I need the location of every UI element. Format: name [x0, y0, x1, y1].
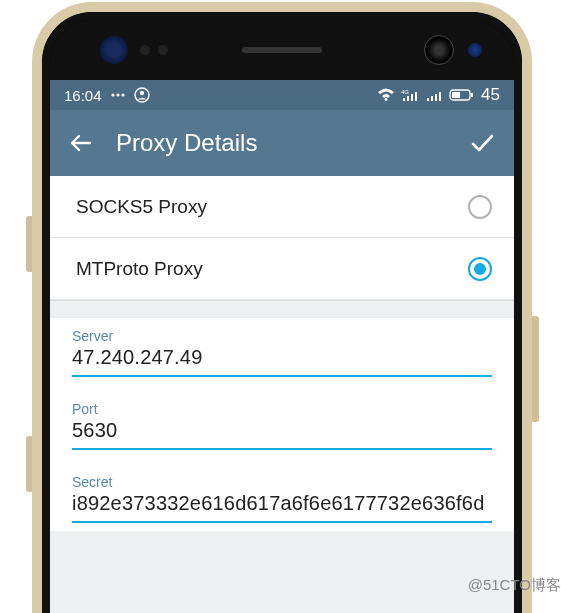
status-time: 16:04 — [64, 87, 102, 104]
status-bar: 16:04 4G — [50, 80, 514, 110]
battery-icon — [449, 88, 475, 102]
phone-power-button — [531, 316, 539, 422]
proxy-option-label: MTProto Proxy — [76, 258, 468, 280]
confirm-button[interactable] — [466, 129, 496, 157]
section-divider — [50, 300, 514, 318]
svg-point-0 — [111, 93, 114, 96]
server-value: 47.240.247.49 — [72, 346, 492, 377]
secret-field[interactable]: Secret i892e373332e616d617a6f6e6177732e6… — [50, 464, 514, 531]
server-field[interactable]: Server 47.240.247.49 — [50, 318, 514, 385]
signal-icon — [427, 88, 443, 102]
app-bar: Proxy Details — [50, 110, 514, 176]
svg-rect-17 — [471, 93, 473, 97]
watermark: @51CTO博客 — [468, 576, 561, 595]
wifi-icon — [377, 88, 395, 102]
arrow-left-icon — [68, 130, 94, 156]
phone-notch — [50, 20, 514, 80]
svg-point-4 — [139, 91, 143, 95]
svg-point-5 — [385, 98, 388, 101]
back-button[interactable] — [68, 130, 98, 156]
svg-point-2 — [121, 93, 124, 96]
battery-level: 45 — [481, 85, 500, 105]
svg-rect-13 — [435, 94, 437, 101]
svg-rect-16 — [452, 92, 460, 98]
check-icon — [468, 129, 496, 157]
svg-rect-14 — [439, 92, 441, 101]
svg-rect-10 — [415, 92, 417, 101]
field-label: Server — [72, 328, 492, 344]
secret-value: i892e373332e616d617a6f6e6177732e636f6d — [72, 492, 492, 523]
user-icon — [134, 87, 150, 103]
svg-point-1 — [116, 93, 119, 96]
svg-rect-11 — [427, 98, 429, 101]
signal-4g-icon: 4G — [401, 88, 421, 102]
field-label: Secret — [72, 474, 492, 490]
port-value: 5630 — [72, 419, 492, 450]
field-label: Port — [72, 401, 492, 417]
proxy-option-socks5[interactable]: SOCKS5 Proxy — [50, 176, 514, 238]
svg-rect-12 — [431, 96, 433, 101]
svg-rect-9 — [411, 94, 413, 101]
proxy-option-label: SOCKS5 Proxy — [76, 196, 468, 218]
radio-unselected-icon — [468, 195, 492, 219]
svg-rect-7 — [403, 98, 405, 101]
svg-rect-8 — [407, 96, 409, 101]
svg-text:4G: 4G — [401, 89, 409, 95]
notification-dots-icon — [110, 87, 126, 103]
phone-frame: 16:04 4G — [32, 2, 532, 613]
proxy-option-mtproto[interactable]: MTProto Proxy — [50, 238, 514, 300]
radio-selected-icon — [468, 257, 492, 281]
port-field[interactable]: Port 5630 — [50, 391, 514, 458]
page-title: Proxy Details — [98, 129, 466, 157]
